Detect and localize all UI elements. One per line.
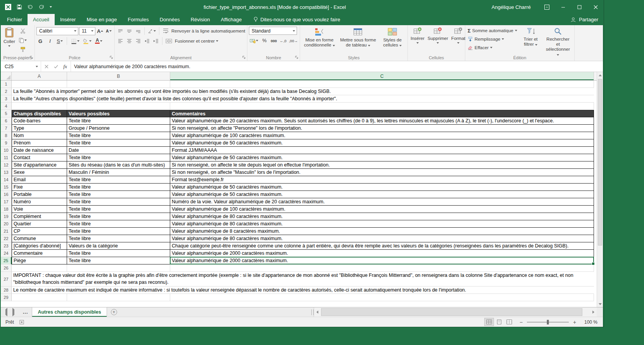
vertical-scroll-thumb[interactable] xyxy=(598,79,602,245)
fill-color-button[interactable] xyxy=(82,37,92,45)
cell-C25[interactable]: Valeur alphanumérique de 2000 caractères… xyxy=(170,257,594,264)
cell-C8[interactable]: Valeur alphanumérique de 100 caractères … xyxy=(170,132,594,139)
page-break-view-button[interactable] xyxy=(505,318,514,326)
scroll-left-arrow[interactable] xyxy=(314,307,321,317)
cell-A22[interactable]: Commune xyxy=(12,235,67,242)
row-header-19[interactable]: 19 xyxy=(1,213,12,220)
decrease-indent-button[interactable] xyxy=(143,37,151,45)
cell-B19[interactable]: Texte libre xyxy=(67,213,170,220)
cell-C6[interactable]: Valeur alphanumérique de 20 caractères m… xyxy=(170,117,594,125)
wrap-text-label[interactable]: Renvoyer à la ligne automatiquement xyxy=(171,29,245,33)
row-header-28[interactable]: 28 xyxy=(1,287,12,294)
cell-C16[interactable]: Valeur alphanumérique de 50 caractères m… xyxy=(170,191,594,198)
orientation-button[interactable] xyxy=(147,27,157,35)
row-header-17[interactable]: 17 xyxy=(1,198,12,206)
cell-B18[interactable]: Texte libre xyxy=(67,206,170,213)
font-dialog-launcher[interactable] xyxy=(109,55,113,59)
cell-A5[interactable]: Champs disponibles xyxy=(12,110,67,117)
cell-A9[interactable]: Prénom xyxy=(12,139,67,147)
vertical-scrollbar[interactable] xyxy=(597,72,603,307)
confirm-entry-button[interactable] xyxy=(51,61,60,72)
cell-C20[interactable]: Valeur alphanumérique de 80 caractères m… xyxy=(170,220,594,228)
cell-A3[interactable]: La feuille "Autres champs disponibles" (… xyxy=(12,95,594,103)
qat-customize-button[interactable] xyxy=(50,6,52,8)
maximize-button[interactable] xyxy=(571,0,587,14)
horizontal-scroll-thumb[interactable] xyxy=(321,308,582,316)
cell-B26[interactable] xyxy=(67,264,170,272)
align-right-button[interactable] xyxy=(134,37,142,45)
decrease-decimal-button[interactable]: ,00→ xyxy=(288,36,298,45)
cut-button[interactable] xyxy=(18,27,28,35)
number-format-select[interactable]: Standard xyxy=(249,27,297,35)
cell-B12[interactable]: Sites du réseau (dans le cas d'un multi-… xyxy=(67,161,170,169)
tab-revision[interactable]: Révision xyxy=(185,14,216,25)
row-header-12[interactable]: 12 xyxy=(1,161,12,169)
horizontal-scroll-track[interactable] xyxy=(321,307,590,317)
cell-B10[interactable]: Date xyxy=(67,147,170,154)
cell-C23[interactable]: Chaque catégorie peut-être renseignée co… xyxy=(170,242,594,250)
number-dialog-launcher[interactable] xyxy=(295,55,299,59)
undo-button[interactable] xyxy=(27,4,33,10)
cell-A20[interactable]: Quartier xyxy=(12,220,67,228)
normal-view-button[interactable] xyxy=(485,318,494,326)
cell-B23[interactable]: Valeurs de la catégorie xyxy=(67,242,170,250)
cell-B17[interactable]: Texte libre xyxy=(67,198,170,206)
row-header-18[interactable]: 18 xyxy=(1,206,12,213)
tab-formules[interactable]: Formules xyxy=(122,14,154,25)
find-select-button[interactable]: Rechercher et sélectionner xyxy=(543,27,573,57)
font-color-button[interactable]: A xyxy=(94,37,103,45)
row-header-23[interactable]: 23 xyxy=(1,242,12,250)
borders-button[interactable] xyxy=(70,37,80,45)
insert-cells-button[interactable]: Insérer xyxy=(409,27,426,44)
tab-mise-en-page[interactable]: Mise en page xyxy=(81,14,122,25)
cell-C14[interactable]: Format test@exemple.fr xyxy=(170,176,594,184)
cell-A4[interactable] xyxy=(12,103,67,110)
scroll-right-arrow[interactable] xyxy=(590,307,597,317)
cell-C21[interactable]: Valeur alphanumérique de 8 caractères ma… xyxy=(170,228,594,235)
cell-C24[interactable]: Valeur alphanumérique de 2000 caractères… xyxy=(170,250,594,257)
cell-B13[interactable]: Masculin / Féminin xyxy=(67,169,170,176)
cell-A23[interactable]: [Catégories d'abonné] xyxy=(12,242,67,250)
format-cells-button[interactable]: Format xyxy=(450,27,466,44)
cell-B25[interactable]: Texte libre xyxy=(67,257,170,264)
cell-A19[interactable]: Complément xyxy=(12,213,67,220)
macro-record-button[interactable] xyxy=(19,320,24,324)
cell-B5[interactable]: Valeurs possibles xyxy=(67,110,170,117)
cell-B14[interactable]: Texte libre xyxy=(67,176,170,184)
cell-C29[interactable] xyxy=(170,294,594,301)
cell-C26[interactable] xyxy=(170,264,594,272)
copy-button[interactable] xyxy=(18,36,28,45)
sheet-tab-autres-champs-disponibles[interactable]: Autres champs disponibles xyxy=(32,307,107,317)
cell-C17[interactable]: Numéro de la voie. Valeur alphanumérique… xyxy=(170,198,594,206)
scroll-up-arrow[interactable] xyxy=(597,72,603,78)
cell-A27[interactable]: IMPORTANT : chaque valeur doit être écri… xyxy=(12,272,594,287)
cell-C5[interactable]: Commentaires xyxy=(170,110,594,117)
zoom-slider[interactable] xyxy=(527,322,569,323)
row-header-14[interactable]: 14 xyxy=(1,176,12,184)
increase-font-size-button[interactable]: A xyxy=(96,27,104,35)
align-middle-button[interactable] xyxy=(125,27,133,35)
cell-C13[interactable]: Si non renseigné, on affecte "Masculin" … xyxy=(170,169,594,176)
zoom-slider-thumb[interactable] xyxy=(547,320,549,324)
cell-A21[interactable]: CP xyxy=(12,228,67,235)
cell-B6[interactable]: Texte libre xyxy=(67,117,170,125)
cell-A6[interactable]: Code-barres xyxy=(12,117,67,125)
column-header-C[interactable]: C xyxy=(170,72,594,80)
format-as-table-button[interactable]: Mettre sous forme de tableau xyxy=(338,27,378,48)
align-left-button[interactable] xyxy=(116,37,124,45)
italic-button[interactable]: I xyxy=(46,37,54,45)
ribbon-display-options-button[interactable] xyxy=(539,0,555,14)
row-header-6[interactable]: 6 xyxy=(1,117,12,125)
underline-button[interactable]: S xyxy=(56,37,64,45)
grid[interactable]: 12La feuille "Abonnés à importer" permet… xyxy=(1,81,597,307)
autosum-button[interactable]: ΣSomme automatique xyxy=(467,27,518,34)
next-sheet-button[interactable] xyxy=(12,309,14,315)
row-header-29[interactable]: 29 xyxy=(1,294,12,301)
increase-indent-button[interactable] xyxy=(152,37,160,45)
row-header-8[interactable]: 8 xyxy=(1,132,12,139)
decrease-font-size-button[interactable]: A xyxy=(105,27,112,35)
cell-C7[interactable]: Si non renseigné, on affecte "Personne" … xyxy=(170,125,594,132)
font-size-select[interactable]: 11 xyxy=(79,27,95,35)
row-header-21[interactable]: 21 xyxy=(1,228,12,235)
row-header-7[interactable]: 7 xyxy=(1,125,12,132)
